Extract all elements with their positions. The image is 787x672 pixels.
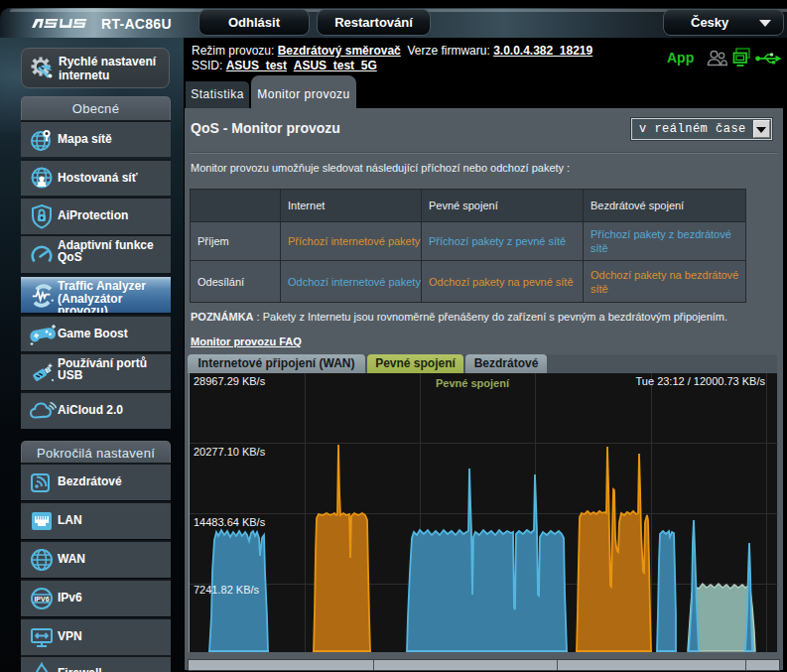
svg-text:7241.82 KB/s: 7241.82 KB/s (194, 584, 260, 596)
svg-text:Pevné spojení: Pevné spojení (436, 377, 510, 389)
svg-text:28967.29 KB/s: 28967.29 KB/s (194, 375, 266, 387)
svg-text:IPV6: IPV6 (34, 596, 49, 603)
svg-text:14483.64 KB/s: 14483.64 KB/s (194, 516, 266, 528)
svg-text:Tue 23:12 / 12000.73 KB/s: Tue 23:12 / 12000.73 KB/s (636, 375, 766, 387)
svg-text:20277.10 KB/s: 20277.10 KB/s (194, 446, 266, 458)
